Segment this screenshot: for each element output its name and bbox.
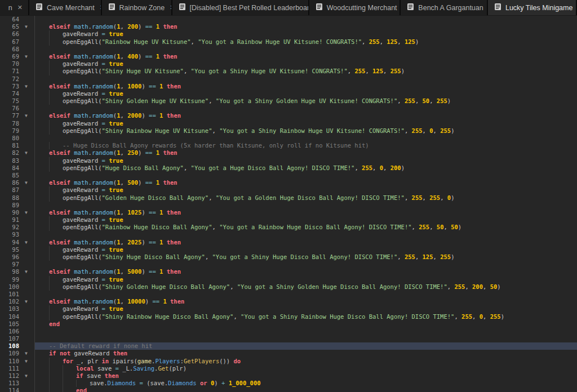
code-text[interactable]: elseif math.random(1, 400) == 1 then	[34, 53, 577, 60]
fold-arrow-icon[interactable]: ▼	[19, 209, 34, 216]
line-number[interactable]: 104	[0, 313, 19, 320]
fold-arrow-icon[interactable]: ▼	[19, 298, 34, 305]
code-text[interactable]: openEggAll("Shiny Huge Disco Ball Agony"…	[34, 253, 577, 261]
code-text[interactable]	[34, 291, 577, 298]
code-text[interactable]: elseif math.random(1, 2000) == 1 then	[34, 112, 577, 119]
tab-cave-merchant[interactable]: Cave Merchant✕	[29, 0, 102, 15]
fold-arrow-icon[interactable]: ▼	[19, 372, 34, 380]
line-number[interactable]: 70	[0, 60, 19, 68]
tab-partial[interactable]: n✕	[0, 0, 29, 15]
code-text[interactable]: gaveReward = true	[34, 30, 577, 38]
line-number[interactable]: 64	[0, 16, 19, 23]
code-text[interactable]: -- Huge Disco Ball Agony rewards (5x har…	[34, 142, 577, 149]
line-number[interactable]: 100	[0, 283, 19, 291]
code-text[interactable]	[34, 261, 577, 268]
line-number[interactable]: 102	[0, 298, 19, 305]
code-text[interactable]: end	[34, 387, 577, 392]
line-number[interactable]: 84	[0, 164, 19, 172]
line-number[interactable]: 113	[0, 380, 19, 387]
line-number[interactable]: 78	[0, 120, 19, 127]
line-number[interactable]: 107	[0, 335, 19, 342]
fold-arrow-icon[interactable]: ▼	[19, 350, 34, 357]
fold-arrow-icon[interactable]: ▼	[19, 53, 34, 60]
code-text[interactable]: elseif math.random(1, 10000) == 1 then	[34, 298, 577, 305]
line-number[interactable]: 114	[0, 387, 19, 392]
line-number[interactable]: 99	[0, 276, 19, 283]
line-number[interactable]: 106	[0, 328, 19, 335]
line-number[interactable]: 91	[0, 216, 19, 224]
line-number[interactable]: 93	[0, 231, 19, 238]
line-number[interactable]: 95	[0, 246, 19, 253]
code-text[interactable]	[34, 335, 577, 342]
code-text[interactable]: gaveReward = true	[34, 157, 577, 164]
code-text[interactable]	[34, 46, 577, 53]
code-text[interactable]: local save = _L.Saving.Get(plr)	[34, 365, 577, 372]
line-number[interactable]: 92	[0, 224, 19, 231]
line-number[interactable]: 72	[0, 75, 19, 83]
line-number[interactable]: 90	[0, 209, 19, 216]
line-number[interactable]: 68	[0, 46, 19, 53]
code-text[interactable]: -- Default reward if none hit	[34, 342, 577, 350]
code-text[interactable]: gaveReward = true	[34, 90, 577, 97]
code-text[interactable]: gaveReward = true	[34, 216, 577, 224]
line-number[interactable]: 71	[0, 68, 19, 75]
code-text[interactable]: openEggAll("Shiny Rainbow Huge Disco Bal…	[34, 313, 577, 320]
line-number[interactable]: 66	[0, 30, 19, 38]
code-text[interactable]: gaveReward = true	[34, 186, 577, 194]
code-text[interactable]	[34, 75, 577, 83]
code-text[interactable]: openEggAll("Golden Huge Disco Ball Agony…	[34, 194, 577, 202]
line-number[interactable]: 73	[0, 83, 19, 90]
line-number[interactable]: 82	[0, 149, 19, 157]
code-text[interactable]: elseif math.random(1, 1000) == 1 then	[34, 83, 577, 90]
line-number[interactable]: 69	[0, 53, 19, 60]
code-text[interactable]: gaveReward = true	[34, 60, 577, 68]
line-number[interactable]: 103	[0, 305, 19, 313]
line-number[interactable]: 75	[0, 97, 19, 105]
code-text[interactable]: openEggAll("Rainbow Huge UV Kitsune", "Y…	[34, 38, 577, 46]
code-text[interactable]: elseif math.random(1, 200) == 1 then	[34, 23, 577, 30]
line-number[interactable]: 83	[0, 157, 19, 164]
fold-arrow-icon[interactable]: ▼	[19, 179, 34, 186]
code-text[interactable]: openEggAll("Rainbow Huge Disco Ball Agon…	[34, 224, 577, 231]
code-text[interactable]: for _, plr in ipairs(game.Players:GetPla…	[34, 358, 577, 365]
code-text[interactable]	[34, 328, 577, 335]
code-text[interactable]	[34, 202, 577, 209]
code-text[interactable]: elseif math.random(1, 1025) == 1 then	[34, 209, 577, 216]
line-number[interactable]: 79	[0, 127, 19, 135]
fold-arrow-icon[interactable]: ▼	[19, 83, 34, 90]
code-text[interactable]: end	[34, 320, 577, 328]
code-text[interactable]: gaveReward = true	[34, 276, 577, 283]
line-number[interactable]: 97	[0, 261, 19, 268]
code-text[interactable]: save.Diamonds = (save.Diamonds or 0) + 1…	[34, 380, 577, 387]
line-number[interactable]: 74	[0, 90, 19, 97]
code-text[interactable]: openEggAll("Shiny Rainbow Huge UV Kitsun…	[34, 127, 577, 135]
code-text[interactable]: if save then	[34, 372, 577, 380]
code-text[interactable]	[34, 231, 577, 238]
code-text[interactable]	[34, 135, 577, 142]
code-text[interactable]	[34, 172, 577, 179]
tab-lucky-tiles-minigame[interactable]: Lucky Tiles Minigame✕	[488, 0, 577, 15]
line-number[interactable]: 77	[0, 112, 19, 119]
code-text[interactable]: gaveReward = true	[34, 120, 577, 127]
tab-woodcutting-merchant[interactable]: Woodcutting Merchant✕	[309, 0, 401, 15]
fold-arrow-icon[interactable]: ▼	[19, 23, 34, 30]
fold-arrow-icon[interactable]: ▼	[19, 149, 34, 157]
code-text[interactable]: openEggAll("Shiny Golden Huge Disco Ball…	[34, 283, 577, 291]
code-text[interactable]: elseif math.random(1, 2025) == 1 then	[34, 239, 577, 246]
code-text[interactable]: elseif math.random(1, 250) == 1 then	[34, 149, 577, 157]
line-number[interactable]: 109	[0, 350, 19, 357]
tab-disabled-best-pet-rolled-leaderboard[interactable]: [Disabled] Best Pet Rolled Leaderboard✕	[172, 0, 309, 15]
fold-arrow-icon[interactable]: ▼	[19, 112, 34, 119]
line-number[interactable]: 101	[0, 291, 19, 298]
code-text[interactable]: elseif math.random(1, 5000) == 1 then	[34, 268, 577, 275]
code-text[interactable]: gaveReward = true	[34, 305, 577, 313]
line-number[interactable]: 94	[0, 239, 19, 246]
tab-close-icon[interactable]: ✕	[17, 4, 23, 11]
code-text[interactable]: elseif math.random(1, 500) == 1 then	[34, 179, 577, 186]
code-text[interactable]	[34, 16, 577, 23]
fold-arrow-icon[interactable]: ▼	[19, 358, 34, 365]
line-number[interactable]: 65	[0, 23, 19, 30]
code-text[interactable]: gaveReward = true	[34, 246, 577, 253]
line-number[interactable]: 110	[0, 358, 19, 365]
line-number[interactable]: 96	[0, 253, 19, 261]
